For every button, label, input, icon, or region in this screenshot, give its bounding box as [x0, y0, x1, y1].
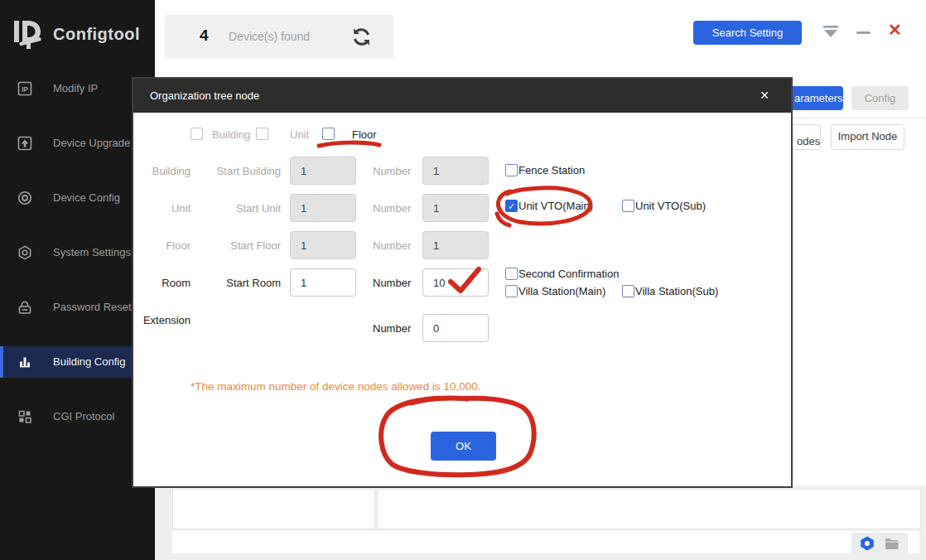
sidebar-item-label: Building Config: [53, 355, 125, 368]
filter-dropdown-icon[interactable]: [822, 26, 839, 38]
device-found-pill: 4 Device(s) found: [165, 15, 393, 59]
sidebar-item-label: System Settings: [53, 246, 131, 258]
row-unit-label: Unit: [138, 202, 191, 215]
start-building-input[interactable]: [290, 157, 356, 185]
checkbox-unit-label: Unit: [290, 128, 309, 141]
device-config-icon: [17, 191, 32, 205]
tree-panel: [172, 489, 375, 529]
checkbox-building[interactable]: [191, 128, 203, 140]
check-icon: ✓: [508, 201, 515, 211]
unit-vto-main-label: Unit VTO(Main): [518, 200, 593, 212]
device-count: 4: [200, 27, 209, 45]
row-unit-number-label: Number: [373, 202, 411, 215]
building-number-input[interactable]: [422, 157, 489, 185]
start-unit-input[interactable]: [290, 194, 356, 222]
device-found-label: Device(s) found: [229, 30, 310, 43]
sidebar-item-label: Modify IP: [53, 82, 98, 94]
export-nodes-button-label: odes: [797, 130, 820, 152]
checkbox-building-label: Building: [212, 128, 250, 141]
parameters-button-label: arameters: [794, 92, 843, 104]
unit-vto-sub-label: Unit VTO(Sub): [635, 200, 706, 212]
dialog-close-icon[interactable]: ✕: [760, 89, 769, 102]
row-building-number-label: Number: [373, 165, 411, 177]
villa-station-main-label: Villa Station(Main): [518, 285, 605, 297]
row-building-label: Building: [138, 165, 191, 177]
modify-ip-icon: IP: [17, 81, 32, 96]
building-config-icon: [17, 355, 32, 369]
checkbox-unit[interactable]: [256, 128, 268, 140]
row-room-start-label: Start Room: [198, 277, 281, 289]
import-node-button[interactable]: Import Node: [831, 124, 904, 150]
start-room-input[interactable]: [290, 268, 356, 297]
minimize-button[interactable]: [856, 31, 871, 34]
dahua-logo-icon: [12, 18, 50, 51]
hexagon-settings-icon[interactable]: [860, 536, 875, 551]
checkbox-floor[interactable]: [322, 128, 335, 140]
svg-text:IP: IP: [22, 85, 28, 94]
divider: [793, 118, 926, 118]
row-floor-start-label: Start Floor: [198, 239, 281, 252]
unit-number-input[interactable]: [422, 194, 489, 222]
second-confirmation-label: Second Confirmation: [518, 268, 619, 280]
cgi-protocol-icon: [17, 409, 32, 424]
checkbox-fence-station[interactable]: [505, 164, 518, 176]
row-room-number-label: Number: [373, 277, 411, 289]
checkbox-villa-station-sub[interactable]: [622, 285, 634, 297]
sidebar-item-label: Device Config: [53, 191, 120, 204]
checkbox-unit-vto-main[interactable]: ✓: [505, 200, 518, 212]
sidebar-item-label: CGI Protocol: [53, 410, 114, 422]
sidebar-item-label: Password Reset: [53, 301, 132, 313]
footer-icon-group: [851, 533, 908, 554]
device-upgrade-icon: [17, 136, 32, 151]
brand-name: Configtool: [53, 25, 140, 44]
checkbox-unit-vto-sub[interactable]: [622, 200, 634, 212]
row-floor-label: Floor: [138, 239, 191, 252]
row-extension-label: Extension: [138, 314, 191, 326]
row-floor-number-label: Number: [373, 239, 411, 252]
start-floor-input[interactable]: [290, 231, 356, 259]
checkbox-floor-label: Floor: [352, 128, 377, 141]
refresh-icon[interactable]: [350, 26, 373, 48]
config-button[interactable]: Config: [851, 86, 909, 110]
extension-number-input[interactable]: [422, 314, 489, 342]
checkbox-second-confirmation[interactable]: [505, 268, 518, 280]
system-settings-icon: [17, 245, 32, 260]
row-unit-start-label: Start Unit: [198, 202, 281, 215]
footer-bar: [172, 531, 919, 553]
max-nodes-warning: *The maximum number of device nodes allo…: [191, 380, 480, 393]
dialog-titlebar: Organization tree node ✕: [133, 79, 791, 113]
floor-number-input[interactable]: [422, 231, 489, 259]
search-setting-button[interactable]: Search Setting: [693, 21, 802, 45]
organization-tree-node-dialog: Organization tree node ✕ Building Unit F…: [132, 77, 793, 488]
checkbox-villa-station-main[interactable]: [505, 285, 518, 297]
row-extension-number-label: Number: [373, 322, 411, 335]
ok-button[interactable]: OK: [431, 432, 496, 461]
folder-icon[interactable]: [885, 536, 899, 551]
row-room-label: Room: [138, 277, 191, 289]
sidebar-item-label: Device Upgrade: [53, 137, 130, 149]
fence-station-label: Fence Station: [518, 164, 585, 176]
lock-icon: [17, 300, 32, 315]
table-panel: [377, 489, 921, 529]
room-number-input[interactable]: [422, 268, 489, 297]
dialog-title: Organization tree node: [150, 89, 259, 102]
window-close-button[interactable]: ✕: [888, 22, 902, 38]
app-window: arameters Config odes Import Node 4 Devi…: [0, 0, 926, 560]
row-building-start-label: Start Building: [198, 165, 281, 177]
villa-station-sub-label: Villa Station(Sub): [635, 285, 718, 297]
